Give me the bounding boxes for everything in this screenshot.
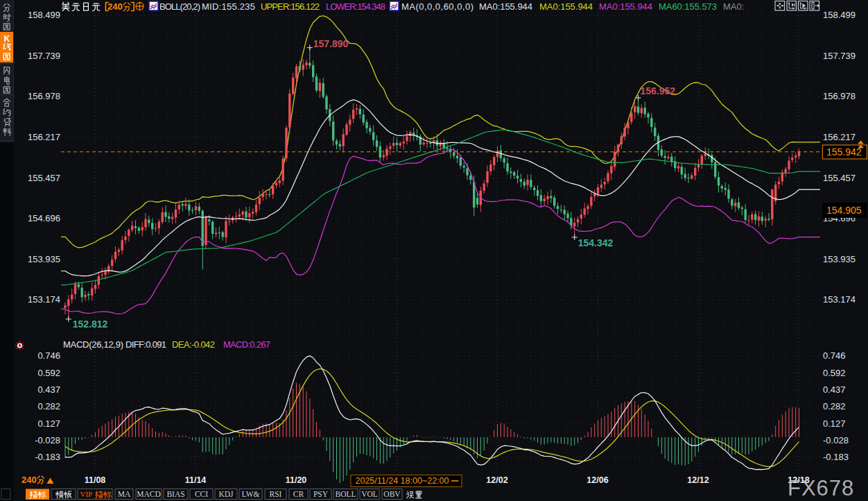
svg-text:240: 240 <box>107 1 123 12</box>
svg-text:0.437: 0.437 <box>37 384 60 395</box>
svg-text:0.282: 0.282 <box>37 401 60 411</box>
svg-text:155.457: 155.457 <box>823 173 856 183</box>
svg-text:0.127: 0.127 <box>37 418 60 429</box>
svg-text:MACD(26,12,9): MACD(26,12,9) <box>63 339 123 350</box>
svg-text:2025/11/24 18:00~22:00: 2025/11/24 18:00~22:00 <box>356 476 449 486</box>
svg-text:MA60:155.573: MA60:155.573 <box>659 1 717 12</box>
svg-text:240: 240 <box>21 475 37 485</box>
svg-text:BIAS: BIAS <box>166 490 184 498</box>
svg-text:K: K <box>4 34 10 44</box>
svg-text:VIP: VIP <box>80 490 93 498</box>
svg-text:MACD:0.267: MACD:0.267 <box>223 339 270 350</box>
svg-text:MA0:: MA0: <box>723 1 744 12</box>
svg-text:153.174: 153.174 <box>823 294 856 305</box>
svg-text:-0.183: -0.183 <box>823 452 849 462</box>
svg-text:BOLL: BOLL <box>335 490 356 498</box>
svg-text:156.978: 156.978 <box>823 91 856 101</box>
svg-text:UPPER:156.122: UPPER:156.122 <box>261 1 320 12</box>
svg-text:MA: MA <box>118 490 131 498</box>
svg-text:CR: CR <box>293 490 304 498</box>
svg-text:158.499: 158.499 <box>28 10 60 20</box>
svg-text:153.935: 153.935 <box>28 254 60 264</box>
svg-text:158.499: 158.499 <box>823 10 856 20</box>
svg-text:11/08: 11/08 <box>85 475 106 485</box>
svg-text:RSI: RSI <box>270 490 282 498</box>
svg-text:0.127: 0.127 <box>823 418 846 429</box>
svg-text:VOL: VOL <box>361 490 378 498</box>
svg-text:157.890: 157.890 <box>313 38 349 49</box>
svg-text:MA(0,0,0,60,0,0): MA(0,0,0,60,0,0) <box>401 1 474 12</box>
svg-text:11/14: 11/14 <box>185 475 207 485</box>
svg-text:-0.028: -0.028 <box>823 435 849 445</box>
svg-text:0.592: 0.592 <box>37 368 60 378</box>
svg-text:0.592: 0.592 <box>823 368 846 378</box>
svg-text:154.342: 154.342 <box>578 237 614 248</box>
svg-text:MA0:155.944: MA0:155.944 <box>599 1 652 12</box>
svg-text:0.282: 0.282 <box>823 401 846 411</box>
svg-text:DIFF:0.091: DIFF:0.091 <box>125 339 166 350</box>
svg-text:155.457: 155.457 <box>28 173 60 183</box>
svg-text:12/06: 12/06 <box>587 475 608 485</box>
svg-text:MA0:155.944: MA0:155.944 <box>479 1 532 12</box>
svg-text:0.437: 0.437 <box>823 384 846 395</box>
svg-text:156.217: 156.217 <box>823 132 856 142</box>
svg-text:152.812: 152.812 <box>73 319 108 330</box>
svg-text:157.739: 157.739 <box>28 51 60 61</box>
svg-text:153.174: 153.174 <box>28 294 60 305</box>
svg-text:11/20: 11/20 <box>286 475 307 485</box>
svg-text:156.978: 156.978 <box>28 91 60 101</box>
svg-text:-0.028: -0.028 <box>35 435 60 445</box>
svg-text:156.217: 156.217 <box>28 132 60 142</box>
svg-text:MA0:155.944: MA0:155.944 <box>539 1 593 12</box>
svg-text:0.746: 0.746 <box>37 350 60 361</box>
svg-text:155.942: 155.942 <box>826 146 862 158</box>
svg-text:12/12: 12/12 <box>687 475 709 485</box>
svg-text:OBV: OBV <box>383 490 401 498</box>
svg-text:154.696: 154.696 <box>28 213 60 223</box>
svg-text:0.746: 0.746 <box>823 350 846 361</box>
svg-text:FX678: FX678 <box>788 476 854 500</box>
svg-text:156.952: 156.952 <box>641 85 676 96</box>
svg-text:12/02: 12/02 <box>486 475 507 485</box>
svg-text:DEA:-0.042: DEA:-0.042 <box>172 339 215 350</box>
svg-text:MACD: MACD <box>137 490 161 498</box>
svg-text:LW&: LW& <box>242 490 260 498</box>
svg-text:KDJ: KDJ <box>218 490 234 498</box>
svg-text:157.739: 157.739 <box>823 51 856 61</box>
svg-text:153.935: 153.935 <box>823 254 856 264</box>
svg-text:MID:155.235: MID:155.235 <box>202 1 255 12</box>
svg-text:PSY: PSY <box>313 490 329 498</box>
svg-text:BOLL(20,2): BOLL(20,2) <box>159 1 200 12</box>
svg-text:-0.183: -0.183 <box>35 452 60 462</box>
svg-text:154.905: 154.905 <box>826 205 862 216</box>
svg-text:CCI: CCI <box>195 490 208 498</box>
svg-text:LOWER:154.348: LOWER:154.348 <box>326 1 385 12</box>
